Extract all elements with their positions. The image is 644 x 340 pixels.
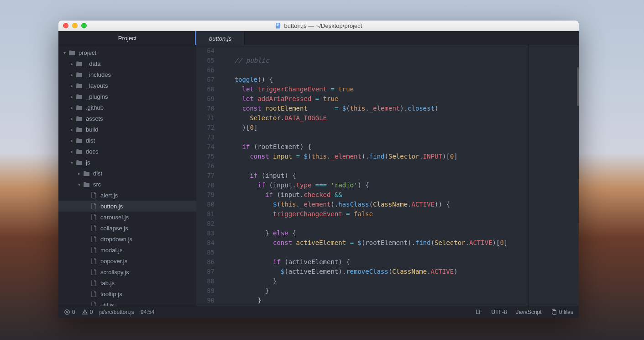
svg-rect-2 [277,24,279,25]
svg-rect-1 [277,24,279,24]
folder-icon [83,181,90,188]
chevron-right-icon: ▸ [69,149,74,154]
folder-icon [76,148,83,155]
status-language[interactable]: JavaScript [516,309,542,315]
tree-item-label: build [86,126,98,133]
error-icon [64,309,70,315]
tab-bar: button.js [196,31,579,45]
tree-item-label: carousel.js [100,214,129,221]
tree-file-button-js[interactable]: button.js [58,201,196,212]
window-title-text: button.js — ~/Desktop/project [284,22,362,29]
status-encoding[interactable]: UTF-8 [492,309,507,315]
status-errors[interactable]: 0 [64,309,75,315]
file-icon [90,213,98,221]
tab-label: button.js [209,35,231,42]
tree-file-tooltip-js[interactable]: tooltip.js [58,288,196,299]
tree-item-label: tab.js [100,280,115,287]
status-files[interactable]: 0 files [551,309,573,315]
folder-icon [76,60,83,67]
tree-file-collapse-js[interactable]: collapse.js [58,223,196,234]
chevron-right-icon: ▸ [69,116,74,121]
tree-item-label: alert.js [100,192,118,199]
tree-folder-build[interactable]: ▸build [58,124,196,135]
file-tree[interactable]: ▾project▸_data▸_includes▸_layouts▸_plugi… [58,45,196,306]
chevron-right-icon: ▸ [69,94,74,99]
tree-folder-js[interactable]: ▾js [58,157,196,168]
tree-folder-docs[interactable]: ▸docs [58,146,196,157]
tree-folder--includes[interactable]: ▸_includes [58,69,196,80]
sidebar-header-label: Project [118,35,136,42]
chevron-right-icon: ▸ [69,105,74,110]
tab-button-js[interactable]: button.js [196,31,245,45]
tree-file-carousel-js[interactable]: carousel.js [58,212,196,223]
svg-point-8 [84,313,85,314]
status-eol[interactable]: LF [476,309,482,315]
tree-item-label: src [93,181,101,188]
error-count: 0 [72,309,75,315]
tree-file-tab-js[interactable]: tab.js [58,277,196,288]
code-content[interactable]: // public toggle() { let triggerChangeEv… [219,45,529,306]
chevron-right-icon: ▸ [69,72,74,77]
chevron-right-icon: ▸ [69,61,74,66]
folder-icon [76,115,83,122]
chevron-down-icon: ▾ [77,182,81,187]
file-icon [90,268,98,276]
file-icon [90,301,98,306]
svg-rect-3 [277,25,278,26]
tree-item-label: dropdown.js [100,236,132,243]
tree-file-dropdown-js[interactable]: dropdown.js [58,234,196,244]
file-type-icon [275,22,282,29]
tree-file-alert-js[interactable]: alert.js [58,190,196,201]
folder-icon [76,104,83,111]
status-warnings[interactable]: 0 [82,309,93,315]
chevron-right-icon: ▸ [77,171,81,176]
tree-folder-assets[interactable]: ▸assets [58,113,196,124]
svg-rect-10 [553,311,556,315]
tree-folder--github[interactable]: ▸.github [58,102,196,113]
folder-icon [68,49,76,56]
tree-item-label: _data [86,60,101,67]
tree-item-label: popover.js [100,258,127,265]
file-icon [90,290,98,298]
minimize-window-button[interactable] [72,23,78,28]
sidebar: Project ▾project▸_data▸_includes▸_layout… [58,31,196,306]
tree-folder-src[interactable]: ▾src [58,179,196,190]
chevron-down-icon: ▾ [62,50,67,55]
tree-folder--data[interactable]: ▸_data [58,58,196,69]
tree-folder-dist[interactable]: ▸dist [58,135,196,146]
file-icon [90,235,98,243]
status-file-path[interactable]: js/src/button.js [99,309,134,315]
folder-icon [76,126,83,133]
tree-item-label: dist [93,170,102,177]
tree-item-label: js [86,159,90,166]
tree-item-label: assets [86,115,103,122]
line-number-gutter: 6465666768697071727374757677787980818283… [196,45,219,306]
tree-item-label: _plugins [86,93,108,100]
minimap[interactable] [529,45,579,306]
zoom-window-button[interactable] [81,23,87,28]
tree-folder-dist[interactable]: ▸dist [58,168,196,179]
close-window-button[interactable] [63,23,68,28]
window-title: button.js — ~/Desktop/project [275,22,362,29]
tree-item-label: tooltip.js [100,291,122,298]
folder-icon [76,159,83,166]
editor-window: button.js — ~/Desktop/project Project ▾p… [58,21,579,318]
tree-file-scrollspy-js[interactable]: scrollspy.js [58,266,196,277]
tree-folder--layouts[interactable]: ▸_layouts [58,80,196,91]
tree-folder-project[interactable]: ▾project [58,47,196,58]
tree-file-modal-js[interactable]: modal.js [58,244,196,255]
file-icon [90,224,98,232]
sidebar-tab-project[interactable]: Project [58,31,196,45]
editor-pane: button.js 646566676869707172737475767778… [196,31,579,306]
tree-file-popover-js[interactable]: popover.js [58,255,196,266]
folder-icon [76,93,83,100]
status-cursor-position[interactable]: 94:54 [141,309,154,315]
tree-folder--plugins[interactable]: ▸_plugins [58,91,196,102]
tree-file-util-js[interactable]: util.js [58,299,196,306]
tree-item-label: modal.js [100,247,122,254]
file-icon [90,257,98,265]
code-editor[interactable]: 6465666768697071727374757677787980818283… [196,45,579,306]
tree-item-label: .github [86,104,104,111]
file-icon [90,246,98,254]
tree-item-label: collapse.js [100,225,128,232]
